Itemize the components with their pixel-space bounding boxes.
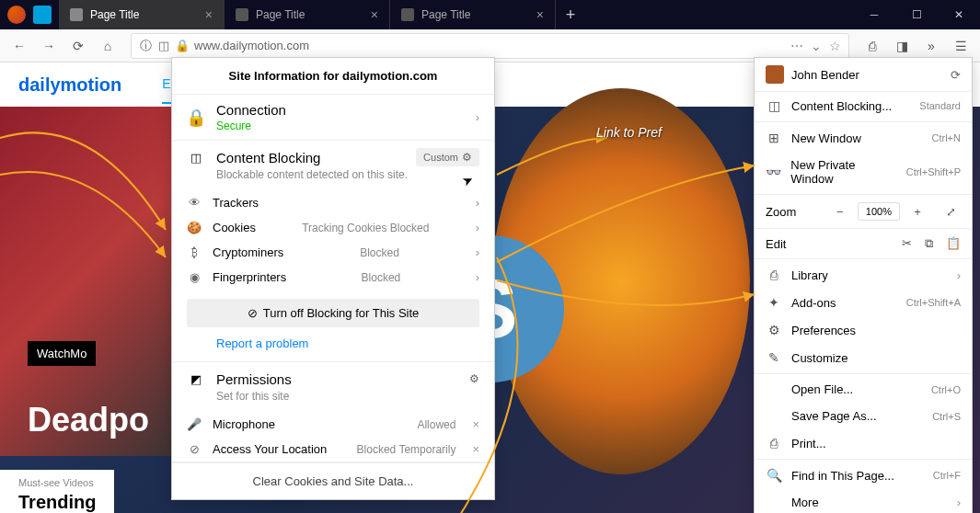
menu-label: Preferences [791, 324, 856, 337]
menu-print[interactable]: ⎙ Print... [755, 429, 972, 457]
menu-label: Find in This Page... [791, 469, 894, 483]
cryptominers-row[interactable]: ₿ Cryptominers Blocked › [172, 240, 494, 265]
zoom-value: 100% [858, 202, 900, 221]
channel-badge[interactable]: WatchMo [28, 341, 96, 366]
pocket-icon[interactable]: ⌄ [811, 39, 822, 53]
firefox-icon[interactable] [7, 6, 26, 24]
home-button[interactable]: ⌂ [94, 32, 121, 60]
page-actions-icon[interactable]: ⋯ [790, 39, 803, 53]
paint-icon: ✎ [766, 350, 782, 365]
app-icon[interactable] [33, 6, 52, 24]
info-icon[interactable]: ⓘ [139, 40, 152, 52]
remove-perm-icon[interactable]: × [472, 417, 479, 431]
shield-icon[interactable]: ◫ [157, 40, 170, 52]
url-bar[interactable]: ⓘ ◫ 🔒 www.dailymotion.com ⋯ ⌄ ☆ [131, 33, 849, 59]
row-label: Fingerprinters [213, 270, 286, 284]
browser-tab[interactable]: Page Title × [225, 0, 390, 29]
row-status: Tracking Cookies Blocked [302, 222, 429, 234]
menu-label: Customize [791, 351, 847, 365]
trackers-row[interactable]: 👁 Trackers › [172, 190, 494, 215]
mic-icon: 🎤 [187, 417, 202, 431]
perm-subtitle: Set for this site [172, 390, 494, 412]
menu-more[interactable]: More › [755, 489, 972, 513]
forward-button[interactable]: → [35, 32, 63, 60]
menu-customize[interactable]: ✎ Customize [755, 344, 972, 371]
sidebar-icon[interactable]: ◨ [888, 32, 916, 60]
menu-new-window[interactable]: ⊞ New Window Ctrl+N [755, 124, 972, 152]
remove-perm-icon[interactable]: × [472, 442, 479, 456]
cookie-icon: 🍪 [187, 221, 202, 234]
menu-label: Content Blocking... [791, 99, 892, 113]
print-icon: ⎙ [766, 436, 782, 450]
cut-icon[interactable]: ✂ [902, 236, 912, 251]
connection-heading: Connection [216, 102, 286, 118]
connection-section[interactable]: 🔒 Connection Secure › [172, 95, 494, 141]
close-tab-icon[interactable]: × [371, 7, 378, 22]
toggle-blocking-button[interactable]: ⊘ Turn off Blocking for This Site [187, 299, 479, 327]
permissions-section: ◩ Permissions ⚙ Set for this site 🎤 Micr… [172, 362, 494, 462]
edit-label: Edit [766, 237, 786, 251]
taskbar-icons [0, 0, 59, 29]
minimize-button[interactable]: ─ [853, 0, 895, 29]
reload-button[interactable]: ⟳ [64, 32, 92, 60]
gear-icon[interactable]: ⚙ [469, 372, 479, 385]
lock-icon: 🔒 [187, 108, 205, 127]
title-bar: Page Title × Page Title × Page Title × +… [0, 0, 980, 29]
gear-icon[interactable]: ⚙ [462, 151, 472, 164]
window-icon: ⊞ [766, 131, 782, 145]
copy-icon[interactable]: ⧉ [925, 236, 933, 251]
gear-icon: ⚙ [766, 323, 782, 337]
zoom-label: Zoom [766, 205, 823, 219]
overflow-icon[interactable]: » [917, 32, 945, 60]
menu-label: Open File... [791, 382, 853, 396]
maximize-button[interactable]: ☐ [895, 0, 938, 29]
star-icon[interactable]: ☆ [829, 39, 841, 53]
zoom-in-button[interactable]: + [907, 205, 928, 219]
library-icon: ⎙ [766, 268, 782, 282]
zoom-out-button[interactable]: − [830, 205, 850, 219]
back-button[interactable]: ← [6, 32, 33, 60]
panel-title: Site Information for dailymotion.com [172, 58, 494, 95]
fullscreen-icon[interactable]: ⤢ [940, 205, 961, 219]
menu-open-file[interactable]: Open File... Ctrl+O [755, 376, 972, 403]
menu-preferences[interactable]: ⚙ Preferences [755, 316, 972, 344]
menu-content-blocking[interactable]: ◫ Content Blocking... Standard [755, 92, 972, 120]
close-tab-icon[interactable]: × [536, 7, 544, 22]
menu-save-as[interactable]: Save Page As... Ctrl+S [755, 403, 972, 429]
video-title: Deadpo [28, 401, 149, 439]
site-info-panel: Site Information for dailymotion.com 🔒 C… [171, 57, 495, 500]
paste-icon[interactable]: 📋 [946, 236, 961, 251]
sync-icon[interactable]: ⟳ [951, 68, 961, 82]
menu-new-private-window[interactable]: 👓 New Private Window Ctrl+Shift+P [755, 152, 972, 192]
clear-cookies-button[interactable]: Clear Cookies and Site Data... [172, 462, 494, 499]
custom-label: Custom [423, 152, 458, 163]
annotation-label: Link to Pref [596, 125, 662, 140]
custom-badge[interactable]: Custom ⚙ [416, 148, 479, 166]
close-button[interactable]: ✕ [938, 0, 980, 29]
eye-icon: 👁 [187, 196, 202, 210]
new-tab-button[interactable]: + [556, 0, 585, 29]
chevron-right-icon: › [476, 221, 479, 234]
menu-addons[interactable]: ✦ Add-ons Ctrl+Shift+A [755, 289, 972, 316]
row-label: Cryptominers [213, 245, 283, 259]
close-tab-icon[interactable]: × [205, 7, 213, 22]
report-problem-link[interactable]: Report a problem [172, 336, 494, 361]
perm-status: Allowed [417, 418, 455, 431]
menu-library[interactable]: ⎙ Library › [755, 261, 972, 289]
perm-label: Access Your Location [213, 442, 327, 456]
menu-button[interactable]: ☰ [947, 32, 974, 60]
browser-tab[interactable]: Page Title × [59, 0, 225, 29]
dailymotion-logo[interactable]: dailymotion [18, 74, 121, 96]
fingerprinters-row[interactable]: ◉ Fingerprinters Blocked › [172, 265, 494, 290]
avatar [766, 65, 784, 84]
library-icon[interactable]: ⎙ [859, 32, 886, 60]
trending-section: Must-see Videos Trending [0, 470, 114, 513]
account-row[interactable]: John Bender ⟳ [755, 58, 972, 92]
lock-icon[interactable]: 🔒 [176, 40, 189, 52]
permissions-icon: ◩ [187, 370, 205, 388]
menu-find[interactable]: 🔍 Find in This Page... Ctrl+F [755, 462, 972, 489]
browser-tab[interactable]: Page Title × [390, 0, 556, 29]
row-label: Cookies [213, 221, 256, 234]
menu-label: More [791, 496, 819, 509]
cookies-row[interactable]: 🍪 Cookies Tracking Cookies Blocked › [172, 215, 494, 240]
